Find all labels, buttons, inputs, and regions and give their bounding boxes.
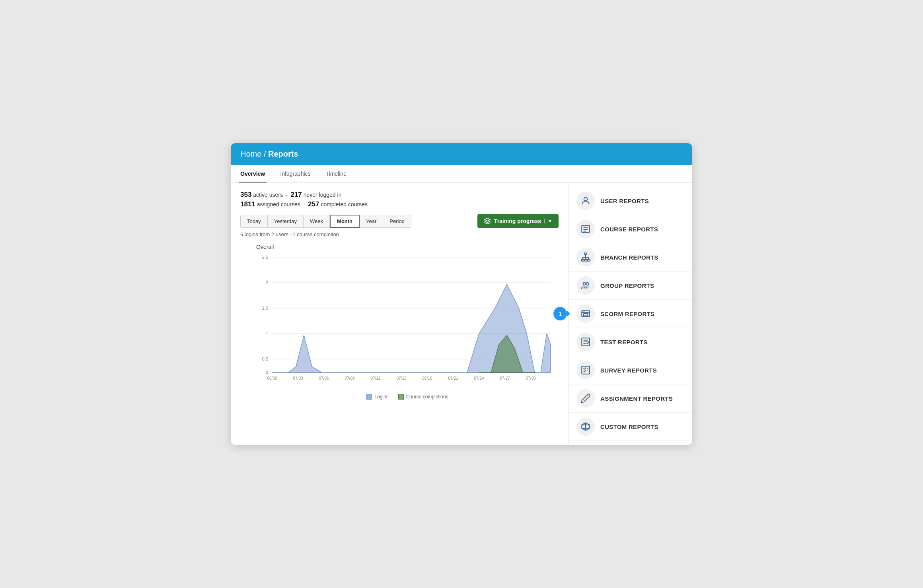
legend-completions-color: [398, 394, 404, 400]
svg-text:07/12: 07/12: [370, 376, 380, 380]
report-item-branch[interactable]: BRANCH REPORTS: [569, 243, 692, 272]
stats-row-2: 1811 assigned courses · 257 completed co…: [240, 200, 559, 208]
btn-year[interactable]: Year: [360, 215, 383, 228]
training-progress-button[interactable]: Training progress ▼: [477, 214, 559, 228]
survey-reports-label: SURVEY REPORTS: [600, 367, 657, 374]
app-window: Home / Reports Overview Infographics Tim…: [231, 143, 692, 445]
custom-reports-icon-circle: [576, 417, 595, 436]
tabs-bar: Overview Infographics Timeline: [231, 165, 692, 183]
btn-week[interactable]: Week: [304, 215, 330, 228]
report-item-user[interactable]: USER REPORTS: [569, 187, 692, 215]
never-logged-count: 217: [290, 191, 302, 198]
btn-month[interactable]: Month: [330, 215, 360, 228]
svg-rect-32: [581, 259, 584, 261]
branch-reports-icon-circle: [576, 248, 595, 266]
breadcrumb-home[interactable]: Home: [240, 149, 261, 158]
svg-text:07/24: 07/24: [474, 376, 484, 380]
tab-infographics[interactable]: Infographics: [278, 165, 312, 182]
svg-rect-31: [584, 253, 587, 254]
legend-completions-label: Course completions: [406, 394, 448, 400]
report-item-assignment[interactable]: ASSIGNMENT REPORTS: [569, 384, 692, 413]
breadcrumb-sep: /: [261, 149, 268, 158]
scorm-reports-icon-circle: [576, 305, 595, 323]
report-item-group[interactable]: GROUP REPORTS: [569, 272, 692, 300]
left-panel: 353 active users · 217 never logged in 1…: [231, 183, 569, 445]
svg-text:07/15: 07/15: [396, 376, 406, 380]
test-reports-label: TEST REPORTS: [600, 339, 648, 345]
assigned-courses-count: 1811: [240, 200, 255, 208]
btn-period[interactable]: Period: [383, 215, 411, 228]
report-item-survey[interactable]: SURVEY REPORTS: [569, 356, 692, 384]
svg-text:2: 2: [266, 280, 268, 285]
legend-logins-label: Logins: [374, 394, 388, 400]
svg-text:07/03: 07/03: [293, 376, 303, 380]
assignment-icon: [580, 393, 591, 404]
group-reports-icon-circle: [576, 276, 595, 295]
svg-text:07/18: 07/18: [422, 376, 432, 380]
chart-area: Overall 2.5 2 1.5 1: [240, 244, 559, 400]
custom-reports-label: CUSTOM REPORTS: [600, 423, 658, 430]
svg-text:07/09: 07/09: [345, 376, 354, 380]
legend-completions: Course completions: [398, 394, 448, 400]
assignment-reports-icon-circle: [576, 389, 595, 408]
course-reports-icon-circle: [576, 220, 595, 238]
svg-rect-45: [584, 314, 588, 316]
active-users-count: 353: [240, 191, 251, 198]
dropdown-arrow-icon: ▼: [544, 219, 552, 223]
report-item-course[interactable]: COURSE REPORTS: [569, 215, 692, 243]
branch-icon: [580, 252, 591, 262]
svg-point-41: [586, 282, 589, 285]
main-content: 353 active users · 217 never logged in 1…: [231, 183, 692, 445]
group-reports-label: GROUP REPORTS: [600, 282, 654, 289]
svg-text:1.5: 1.5: [262, 306, 268, 310]
assignment-reports-label: ASSIGNMENT REPORTS: [600, 395, 673, 402]
user-reports-icon-circle: [576, 192, 595, 210]
test-icon: [580, 337, 591, 347]
course-icon: [580, 224, 591, 234]
page-title: Reports: [268, 149, 298, 158]
header-bar: Home / Reports: [231, 143, 692, 165]
user-reports-label: USER REPORTS: [600, 198, 649, 204]
custom-icon: [580, 421, 591, 432]
chart-svg-container: 2.5 2 1.5 1 0.5 0 06: [256, 253, 559, 390]
svg-text:07/21: 07/21: [448, 376, 458, 380]
legend-logins-color: [366, 394, 372, 400]
chart-title: Overall: [256, 244, 559, 250]
toolbar-row: Today Yesterday Week Month Year Period T…: [240, 214, 559, 228]
svg-point-26: [584, 197, 588, 201]
legend-logins: Logins: [366, 394, 388, 400]
never-logged-label: never logged in: [304, 192, 342, 198]
stats-row-1: 353 active users · 217 never logged in: [240, 191, 559, 199]
tab-overview[interactable]: Overview: [239, 165, 267, 182]
scorm-reports-label: SCORM REPORTS: [600, 310, 654, 317]
btn-today[interactable]: Today: [240, 215, 268, 228]
svg-text:06/30: 06/30: [267, 376, 277, 380]
tab-timeline[interactable]: Timeline: [324, 165, 348, 182]
time-buttons-group: Today Yesterday Week Month Year Period: [240, 215, 411, 228]
scorm-badge: 1: [553, 307, 567, 320]
report-item-test[interactable]: TEST REPORTS: [569, 328, 692, 356]
svg-text:0: 0: [266, 370, 268, 375]
svg-text:0.5: 0.5: [262, 357, 268, 361]
completed-courses-count: 257: [308, 200, 319, 208]
course-reports-label: COURSE REPORTS: [600, 226, 658, 233]
branch-reports-label: BRANCH REPORTS: [600, 254, 658, 261]
group-icon: [580, 280, 591, 291]
survey-reports-icon-circle: [576, 361, 595, 379]
user-icon: [580, 196, 591, 206]
scorm-icon: [580, 309, 591, 319]
svg-rect-33: [584, 259, 587, 261]
svg-text:2.5: 2.5: [262, 255, 268, 260]
svg-text:07/30: 07/30: [526, 376, 535, 380]
report-item-scorm[interactable]: 1 SCORM REPORTS: [569, 300, 692, 328]
svg-rect-34: [587, 259, 590, 261]
report-item-custom[interactable]: CUSTOM REPORTS: [569, 413, 692, 441]
survey-icon: [580, 365, 591, 375]
svg-point-40: [583, 282, 586, 285]
info-line: 6 logins from 2 users · 1 course complet…: [240, 231, 559, 237]
completed-courses-label: completed courses: [321, 201, 368, 208]
btn-yesterday[interactable]: Yesterday: [268, 215, 304, 228]
svg-text:07/06: 07/06: [319, 376, 329, 380]
active-users-label: active users: [253, 192, 283, 198]
training-progress-label: Training progress: [494, 218, 541, 224]
